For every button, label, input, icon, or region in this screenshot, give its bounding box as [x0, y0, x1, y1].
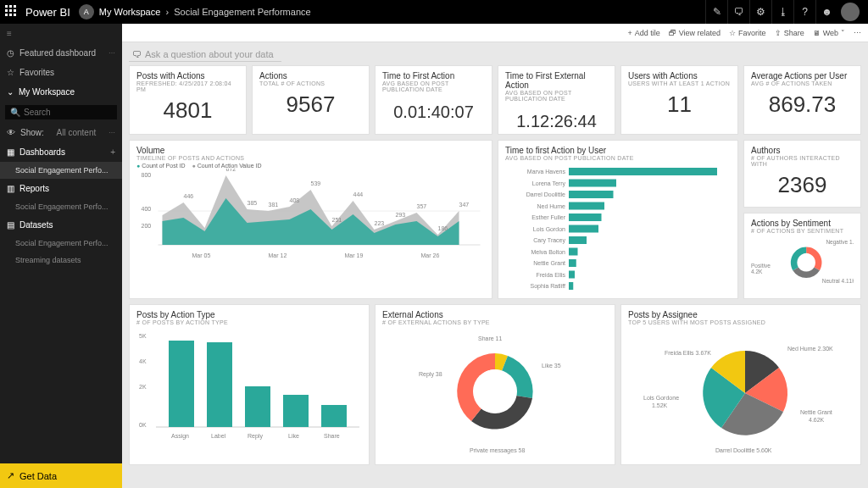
kpi-actions[interactable]: ActionsTOTAL # OF ACTIONS9567: [252, 65, 370, 135]
top-bar: Power BI A My Workspace › Social Engagem…: [0, 0, 868, 24]
sidebar-search[interactable]: 🔍: [5, 105, 117, 119]
help-icon[interactable]: ?: [793, 0, 815, 24]
label-neg: Negative 1.15K: [826, 239, 854, 246]
sidebar-streaming-item[interactable]: Streaming datasets: [0, 252, 122, 269]
sidebar-dashboard-item[interactable]: Social Engagement Perfo...: [0, 162, 122, 179]
kpi-time-first-action[interactable]: Time to First ActionAVG BASED ON POST PU…: [375, 65, 492, 135]
view-related-button[interactable]: 🗗 View related: [669, 29, 721, 37]
area-chart-svg: 800400200 446672539444357347 38538140825…: [136, 169, 485, 287]
svg-rect-37: [569, 236, 587, 244]
eye-icon: 👁: [7, 128, 15, 137]
kpi-value: 0.01:40:07: [382, 92, 485, 124]
edit-icon[interactable]: ✎: [705, 0, 727, 24]
cmd-label: Share: [784, 29, 804, 37]
arrow-icon: ↗: [7, 470, 14, 481]
feedback-icon[interactable]: ☻: [815, 0, 837, 24]
svg-text:1.52K: 1.52K: [652, 402, 668, 408]
svg-text:2K: 2K: [139, 384, 147, 390]
search-input[interactable]: [24, 108, 100, 117]
sidebar-report-item[interactable]: Social Engagement Perfo...: [0, 198, 122, 215]
sidebar-show-filter[interactable]: 👁Show: All content⋯: [0, 123, 122, 142]
sidebar-item-label: Social Engagement Perfo...: [15, 166, 108, 175]
sidebar-item-label: Reports: [19, 184, 49, 193]
svg-text:Mar 26: Mar 26: [421, 252, 440, 258]
add-icon[interactable]: +: [110, 147, 115, 157]
chat-icon[interactable]: 🗨: [727, 0, 749, 24]
sidebar-dashboards-header[interactable]: ▦Dashboards+: [0, 142, 122, 162]
card-subtitle: REFRESHED: 4/25/2017 2:08:04 PM: [136, 80, 239, 92]
svg-text:251: 251: [332, 217, 342, 223]
web-dropdown[interactable]: 🖥 Web ˅: [813, 29, 845, 37]
svg-rect-45: [569, 282, 573, 290]
svg-rect-27: [569, 180, 616, 187]
svg-text:Freida Ellis: Freida Ellis: [536, 272, 565, 278]
card-subtitle: TIMELINE OF POSTS AND ACTIONS: [136, 155, 485, 161]
svg-text:4K: 4K: [139, 358, 147, 364]
external-actions-chart[interactable]: External Actions # OF EXTERNAL ACTIONS B…: [375, 304, 615, 465]
kpi-avg-actions-user[interactable]: Average Actions per UserAVG # OF ACTIONS…: [743, 65, 861, 135]
kpi-posts-actions[interactable]: Posts with ActionsREFRESHED: 4/25/2017 2…: [129, 65, 247, 135]
gear-icon[interactable]: ⚙: [749, 0, 771, 24]
card-subtitle: # OF EXTERNAL ACTIONS BY TYPE: [382, 319, 608, 325]
kpi-time-first-ext-action[interactable]: Time to First External ActionAVG BASED O…: [498, 65, 615, 135]
sidebar-datasets-header[interactable]: ▤Datasets: [0, 215, 122, 235]
card-subtitle: TOP 5 USERS WITH MOST POSTS ASSIGNED: [628, 319, 854, 325]
add-tile-button[interactable]: + Add tile: [627, 29, 659, 37]
search-icon: 🔍: [10, 108, 20, 117]
sidebar-dataset-item[interactable]: Social Engagement Perfo...: [0, 235, 122, 252]
svg-text:Ned Hume: Ned Hume: [537, 203, 566, 209]
svg-text:Melva Bolton: Melva Bolton: [531, 249, 566, 255]
slice-label: Nettie Grant: [800, 409, 832, 415]
svg-text:293: 293: [396, 212, 406, 218]
collapse-icon[interactable]: ≡: [0, 24, 122, 43]
svg-text:385: 385: [248, 200, 258, 206]
get-data-button[interactable]: ↗Get Data: [0, 463, 122, 488]
label-neu: Neutral 4.11K: [822, 278, 854, 284]
kpi-authors[interactable]: Authors# OF AUTHORS INTERACTED WITH2369: [743, 140, 861, 208]
qna-placeholder: Ask a question about your data: [145, 49, 274, 59]
tfa-user-chart[interactable]: Time to first Action by User AVG BASED O…: [498, 140, 738, 299]
favorite-button[interactable]: ☆ Favorite: [729, 29, 766, 37]
slice-label: Like 35: [542, 363, 561, 369]
sidebar-reports-header[interactable]: ▥Reports: [0, 179, 122, 198]
breadcrumb-workspace[interactable]: My Workspace: [99, 7, 161, 17]
svg-text:Marva Havens: Marva Havens: [527, 169, 566, 175]
volume-chart[interactable]: Volume TIMELINE OF POSTS AND ACTIONS Cou…: [129, 140, 492, 299]
download-icon[interactable]: ⭳: [771, 0, 793, 24]
sentiment-chart[interactable]: Actions by Sentiment # OF ACTIONS BY SEN…: [743, 213, 861, 299]
kpi-value: 9567: [259, 86, 362, 119]
svg-rect-39: [569, 248, 578, 256]
user-avatar-icon[interactable]: [841, 3, 860, 21]
brand-label: Power BI: [25, 6, 70, 19]
share-button[interactable]: ⇪ Share: [775, 29, 804, 37]
qna-input[interactable]: 🗨 Ask a question about your data: [129, 47, 281, 62]
sidebar-workspace[interactable]: ⌄My Workspace: [0, 82, 122, 102]
assignee-chart[interactable]: Posts by Assignee TOP 5 USERS WITH MOST …: [620, 304, 861, 465]
app-launcher-icon[interactable]: [5, 5, 19, 19]
svg-text:800: 800: [142, 172, 152, 178]
card-title: Actions by Sentiment: [751, 219, 854, 228]
main-canvas: + Add tile 🗗 View related ☆ Favorite ⇪ S…: [122, 24, 868, 488]
dashboard-icon: ▦: [7, 147, 14, 157]
svg-text:Mar 19: Mar 19: [345, 252, 364, 258]
hbar-chart-svg: Marva HavensLorena TerryDarrel Doolittle…: [505, 161, 731, 292]
slice-label: Reply 38: [419, 371, 442, 378]
donut-svg: Share 11 Like 35 Reply 38 Private messag…: [382, 325, 608, 457]
more-icon[interactable]: ⋯: [854, 29, 861, 37]
slice-label: Share 11: [478, 336, 503, 341]
svg-point-63: [473, 369, 517, 413]
slice-label: Freida Ellis 3.67K: [665, 350, 711, 356]
svg-text:Esther Fuller: Esther Fuller: [531, 214, 565, 220]
sidebar-featured[interactable]: ◷Featured dashboard⋯: [0, 43, 122, 63]
sidebar-item-label: Dashboards: [19, 147, 65, 157]
svg-rect-53: [207, 342, 232, 427]
svg-text:446: 446: [184, 193, 194, 199]
svg-rect-43: [569, 271, 575, 279]
sidebar-favorites[interactable]: ☆Favorites: [0, 63, 122, 82]
posts-action-chart[interactable]: Posts by Action Type # OF POSTS BY ACTIO…: [129, 304, 370, 465]
card-subtitle: # OF POSTS BY ACTION TYPE: [136, 319, 362, 325]
kpi-users-actions[interactable]: Users with ActionsUSERS WITH AT LEAST 1 …: [620, 65, 738, 135]
slice-label: Ned Hume 2.30K: [787, 346, 833, 352]
cmd-label: View related: [679, 29, 721, 37]
svg-text:200: 200: [142, 223, 152, 229]
